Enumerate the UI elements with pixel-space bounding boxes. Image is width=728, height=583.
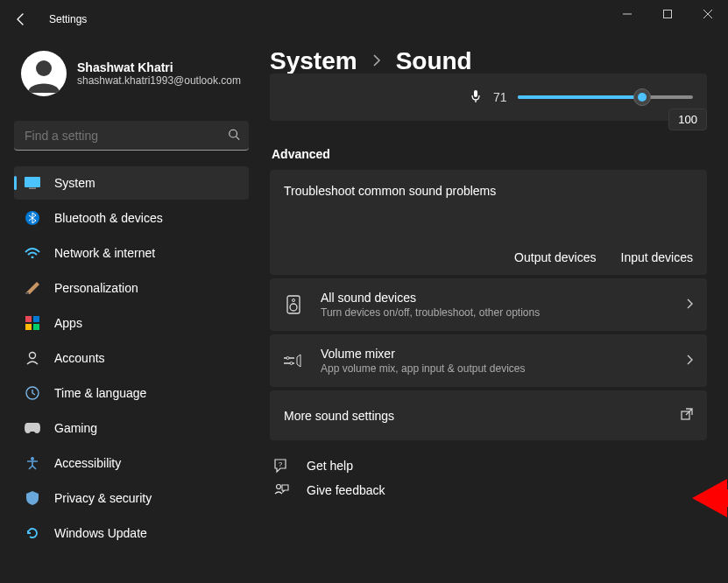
svg-rect-12 [33,324,39,330]
sidebar: Shashwat Khatri shashwat.khatri1993@outl… [0,39,263,583]
profile[interactable]: Shashwat Khatri shashwat.khatri1993@outl… [21,51,249,96]
svg-rect-10 [33,316,39,322]
maximize-icon [663,10,672,18]
get-help-link[interactable]: ? Get help [272,458,707,474]
all-sound-devices-item[interactable]: All sound devices Turn devices on/off, t… [270,278,707,331]
search-icon [228,129,240,144]
sidebar-item-system[interactable]: System [14,166,249,200]
titlebar: Settings [0,0,728,39]
svg-point-13 [30,353,36,359]
window-controls [607,0,728,28]
more-settings-title: More sound settings [284,409,663,423]
search-input[interactable] [14,121,249,151]
svg-rect-11 [25,324,32,330]
sidebar-item-privacy[interactable]: Privacy & security [14,481,249,515]
svg-rect-0 [664,11,672,18]
give-feedback-link[interactable]: Give feedback [272,482,707,498]
svg-point-3 [230,130,237,137]
svg-point-24 [277,485,281,489]
sidebar-item-label: System [54,176,95,190]
accessibility-icon [25,455,40,471]
profile-text: Shashwat Khatri shashwat.khatri1993@outl… [77,60,241,87]
troubleshoot-title: Troubleshoot common sound problems [284,184,693,198]
sidebar-item-label: Accessibility [54,456,121,470]
accounts-icon [25,350,40,366]
svg-point-2 [36,60,52,76]
bluetooth-icon [25,210,40,226]
external-link-icon [681,408,693,423]
sidebar-item-bluetooth[interactable]: Bluetooth & devices [14,201,249,235]
breadcrumb-current: Sound [396,47,472,75]
mixer-icon [284,354,303,368]
svg-rect-9 [25,316,32,322]
sidebar-item-gaming[interactable]: Gaming [14,411,249,445]
chevron-right-icon [686,354,693,368]
sidebar-item-label: Time & language [54,386,146,400]
arrow-left-icon [14,12,28,26]
sidebar-item-personalization[interactable]: Personalization [14,271,249,305]
maximize-button[interactable] [647,0,688,28]
sidebar-item-label: Personalization [54,281,138,295]
volume-tooltip: 100 [668,109,707,130]
svg-rect-4 [25,177,40,187]
troubleshoot-card: Troubleshoot common sound problems Outpu… [270,170,707,275]
svg-point-19 [290,304,297,311]
close-icon [703,10,712,18]
time-icon [25,385,40,401]
svg-point-21 [290,362,293,365]
volume-slider[interactable] [518,87,693,108]
sidebar-item-update[interactable]: Windows Update [14,516,249,550]
volume-row: Volume 71 [270,74,707,121]
breadcrumb: System Sound [270,47,707,75]
back-button[interactable] [9,7,33,32]
mixer-title: Volume mixer [321,347,668,361]
minimize-button[interactable] [607,0,647,28]
sidebar-item-label: Windows Update [54,526,147,540]
app-title: Settings [49,13,87,25]
nav: System Bluetooth & devices Network & int… [14,166,249,550]
more-sound-settings-item[interactable]: More sound settings [270,390,707,440]
profile-name: Shashwat Khatri [77,60,241,74]
sidebar-item-label: Gaming [54,421,97,435]
svg-rect-5 [29,188,36,190]
breadcrumb-parent[interactable]: System [270,47,357,75]
sidebar-item-label: Bluetooth & devices [54,211,163,225]
sidebar-item-apps[interactable]: Apps [14,306,249,340]
volume-value: 71 [493,90,507,104]
volume-mixer-item[interactable]: Volume mixer App volume mix, app input &… [270,334,707,387]
svg-point-18 [293,299,295,302]
section-label-advanced: Advanced [272,147,707,161]
network-icon [25,245,40,261]
svg-rect-8 [25,292,29,294]
mixer-sub: App volume mix, app input & output devic… [321,362,668,375]
microphone-icon[interactable] [469,89,483,106]
content: System Sound Volume 71 [263,39,728,583]
sidebar-item-network[interactable]: Network & internet [14,236,249,270]
svg-rect-16 [474,90,477,97]
sidebar-item-label: Privacy & security [54,491,152,505]
chevron-right-icon [371,54,382,69]
sidebar-item-accounts[interactable]: Accounts [14,341,249,375]
svg-text:?: ? [279,460,283,468]
sidebar-item-label: Accounts [54,351,105,365]
chevron-right-icon [686,298,693,312]
close-button[interactable] [688,0,728,28]
all-devices-sub: Turn devices on/off, troubleshoot, other… [321,306,668,319]
speaker-icon [284,295,303,314]
feedback-icon [272,482,291,498]
gaming-icon [25,420,40,436]
update-icon [25,525,40,541]
apps-icon [25,315,40,331]
svg-point-20 [286,357,289,360]
svg-point-7 [32,256,34,259]
troubleshoot-input-button[interactable]: Input devices [621,250,694,264]
sidebar-item-accessibility[interactable]: Accessibility [14,446,249,480]
get-help-label: Get help [307,459,353,473]
privacy-icon [25,490,40,506]
svg-point-15 [31,457,34,460]
troubleshoot-output-button[interactable]: Output devices [514,250,596,264]
sidebar-item-label: Apps [54,316,82,330]
avatar [21,51,67,96]
sidebar-item-time[interactable]: Time & language [14,376,249,410]
sidebar-item-label: Network & internet [54,246,155,260]
